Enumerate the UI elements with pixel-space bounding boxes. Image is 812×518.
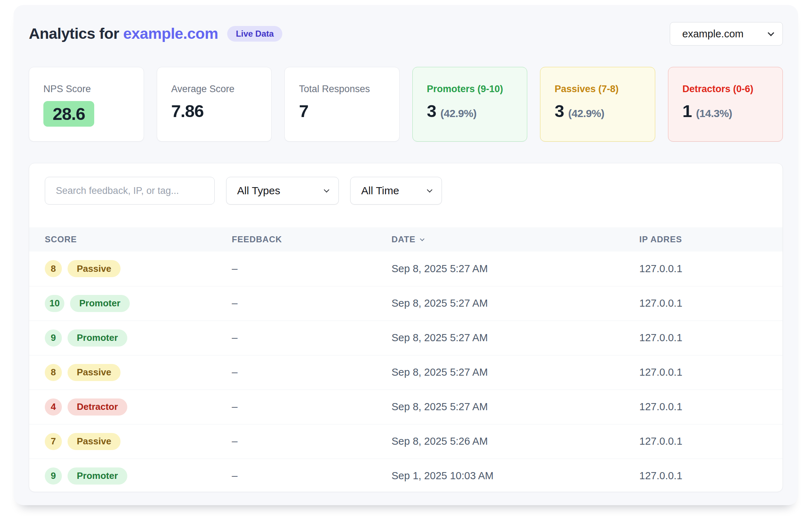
stat-value: 7.86 bbox=[171, 101, 257, 121]
category-badge: Promoter bbox=[68, 467, 127, 485]
stat-label: Detractors (0-6) bbox=[683, 84, 769, 95]
stat-label: Total Responses bbox=[299, 84, 385, 95]
site-selector-dropdown[interactable]: example.com bbox=[670, 22, 783, 46]
date-cell: Sep 8, 2025 5:27 AM bbox=[391, 390, 639, 424]
feedback-cell: – bbox=[232, 459, 391, 492]
stat-value: 7 bbox=[299, 101, 385, 121]
time-filter-dropdown[interactable]: All Time bbox=[350, 177, 442, 205]
page-title-domain: example.com bbox=[123, 25, 218, 42]
ip-cell: 127.0.0.1 bbox=[639, 459, 782, 492]
feedback-cell: – bbox=[232, 286, 391, 321]
table-row: 10Promoter – Sep 8, 2025 5:27 AM 127.0.0… bbox=[29, 286, 782, 321]
score-badge: 8 bbox=[45, 364, 62, 381]
date-cell: Sep 1, 2025 10:03 AM bbox=[391, 459, 639, 492]
column-header-date: Date bbox=[391, 227, 639, 252]
stat-label: Promoters (9-10) bbox=[427, 84, 513, 95]
analytics-panel: Analytics for example.com Live Data exam… bbox=[14, 5, 798, 505]
column-header-feedback: Feedback bbox=[232, 227, 391, 252]
category-badge: Promoter bbox=[70, 295, 130, 312]
title-group: Analytics for example.com Live Data bbox=[29, 22, 282, 42]
table-row: 9Promoter – Sep 1, 2025 10:03 AM 127.0.0… bbox=[29, 459, 782, 492]
ip-cell: 127.0.0.1 bbox=[639, 355, 782, 390]
date-cell: Sep 8, 2025 5:27 AM bbox=[391, 286, 639, 321]
stat-card-detractors: Detractors (0-6) 1 (14.3%) bbox=[668, 67, 783, 142]
feedback-cell: – bbox=[232, 321, 391, 355]
stat-card-passives: Passives (7-8) 3 (42.9%) bbox=[540, 67, 655, 142]
table-header-row: Score Feedback Date IP Adres bbox=[29, 227, 782, 252]
stat-value: 1 bbox=[683, 101, 692, 121]
responses-card: All Types All Time Score Feedback Date bbox=[29, 163, 783, 492]
score-badge: 9 bbox=[45, 467, 62, 485]
search-input[interactable] bbox=[45, 177, 215, 205]
stat-value: 3 bbox=[427, 101, 436, 121]
table-row: 8Passive – Sep 8, 2025 5:27 AM 127.0.0.1 bbox=[29, 252, 782, 286]
column-header-ip: IP Adres bbox=[639, 227, 782, 252]
feedback-cell: – bbox=[232, 252, 391, 286]
table-row: 9Promoter – Sep 8, 2025 5:27 AM 127.0.0.… bbox=[29, 321, 782, 355]
stat-card-total: Total Responses 7 bbox=[284, 67, 400, 142]
feedback-cell: – bbox=[232, 390, 391, 424]
score-badge: 8 bbox=[45, 260, 62, 277]
stat-percent: (14.3%) bbox=[696, 107, 732, 120]
page-title: Analytics for example.com bbox=[29, 25, 218, 42]
column-header-score: Score bbox=[29, 227, 232, 252]
stat-value: 3 bbox=[555, 101, 564, 121]
table-row: 4Detractor – Sep 8, 2025 5:27 AM 127.0.0… bbox=[29, 390, 782, 424]
sort-chevron-down-icon bbox=[420, 237, 424, 241]
nps-score-pill: 28.6 bbox=[43, 101, 94, 127]
ip-cell: 127.0.0.1 bbox=[639, 286, 782, 321]
ip-cell: 127.0.0.1 bbox=[639, 424, 782, 459]
score-badge: 10 bbox=[45, 295, 64, 312]
header: Analytics for example.com Live Data exam… bbox=[29, 22, 783, 46]
category-badge: Passive bbox=[68, 260, 121, 277]
stat-percent: (42.9%) bbox=[440, 107, 477, 120]
score-badge: 9 bbox=[45, 329, 62, 347]
ip-cell: 127.0.0.1 bbox=[639, 252, 782, 286]
table-row: 8Passive – Sep 8, 2025 5:27 AM 127.0.0.1 bbox=[29, 355, 782, 390]
date-cell: Sep 8, 2025 5:27 AM bbox=[391, 321, 639, 355]
stat-label: Average Score bbox=[171, 84, 257, 95]
stat-value: 28.6 bbox=[53, 104, 85, 123]
type-filter-dropdown[interactable]: All Types bbox=[226, 177, 339, 205]
stat-percent: (42.9%) bbox=[568, 107, 604, 120]
stat-card-average: Average Score 7.86 bbox=[157, 67, 272, 142]
stat-card-promoters: Promoters (9-10) 3 (42.9%) bbox=[412, 67, 528, 142]
sort-by-date[interactable]: Date bbox=[391, 234, 424, 244]
stat-label: NPS Score bbox=[43, 84, 129, 95]
responses-table: Score Feedback Date IP Adres 8Passive – … bbox=[29, 227, 782, 492]
category-badge: Detractor bbox=[68, 398, 127, 416]
type-filter-value: All Types bbox=[237, 185, 280, 197]
table-row: 7Passive – Sep 8, 2025 5:26 AM 127.0.0.1 bbox=[29, 424, 782, 459]
category-badge: Promoter bbox=[68, 329, 127, 347]
filters-row: All Types All Time bbox=[29, 163, 782, 205]
stat-card-nps: NPS Score 28.6 bbox=[29, 67, 144, 142]
stat-label: Passives (7-8) bbox=[555, 84, 641, 95]
date-cell: Sep 8, 2025 5:26 AM bbox=[391, 424, 639, 459]
ip-cell: 127.0.0.1 bbox=[639, 390, 782, 424]
site-selector-value: example.com bbox=[682, 28, 743, 40]
score-badge: 4 bbox=[45, 398, 62, 416]
date-cell: Sep 8, 2025 5:27 AM bbox=[391, 355, 639, 390]
time-filter-value: All Time bbox=[361, 185, 399, 197]
page-title-prefix: Analytics for bbox=[29, 25, 123, 42]
feedback-cell: – bbox=[232, 355, 391, 390]
stats-row: NPS Score 28.6 Average Score 7.86 Total … bbox=[29, 67, 783, 142]
ip-cell: 127.0.0.1 bbox=[639, 321, 782, 355]
live-data-badge: Live Data bbox=[227, 26, 282, 42]
category-badge: Passive bbox=[68, 433, 121, 450]
chevron-down-icon bbox=[324, 187, 330, 192]
score-badge: 7 bbox=[45, 433, 62, 450]
category-badge: Passive bbox=[68, 364, 121, 381]
feedback-cell: – bbox=[232, 424, 391, 459]
chevron-down-icon bbox=[768, 30, 774, 36]
date-cell: Sep 8, 2025 5:27 AM bbox=[391, 252, 639, 286]
chevron-down-icon bbox=[427, 187, 433, 192]
